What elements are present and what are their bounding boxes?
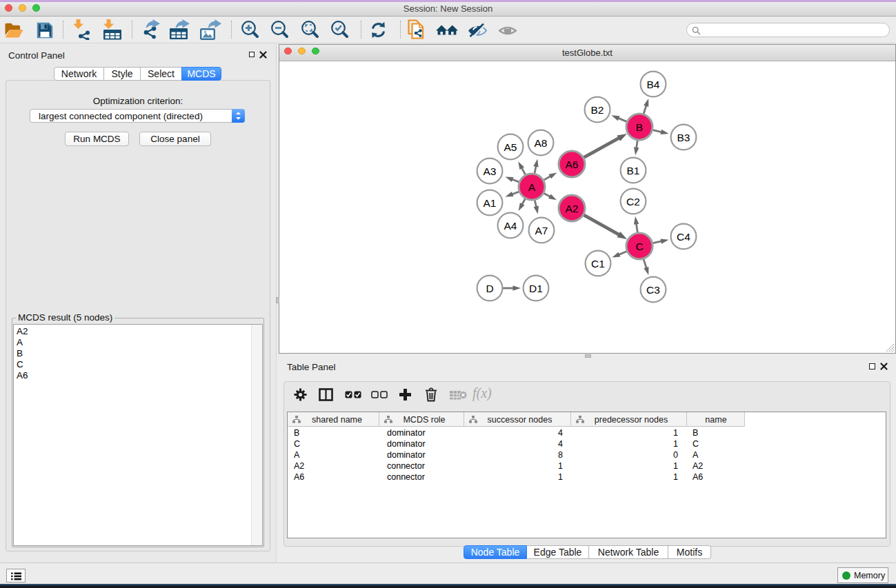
- svg-text:B1: B1: [627, 165, 640, 176]
- svg-text:A2: A2: [566, 203, 579, 214]
- svg-text:B: B: [636, 121, 643, 133]
- svg-text:B2: B2: [591, 104, 604, 116]
- svg-text:C3: C3: [646, 284, 660, 296]
- svg-text:D1: D1: [529, 283, 543, 294]
- svg-text:A8: A8: [535, 137, 548, 149]
- svg-text:C2: C2: [626, 196, 640, 207]
- svg-text:A1: A1: [484, 197, 497, 209]
- svg-text:B3: B3: [677, 132, 690, 143]
- svg-text:A6: A6: [566, 159, 579, 170]
- svg-text:D: D: [486, 283, 493, 294]
- svg-text:A: A: [528, 181, 536, 193]
- svg-text:C: C: [635, 241, 643, 252]
- svg-text:A7: A7: [535, 225, 548, 236]
- svg-text:C4: C4: [677, 231, 690, 243]
- svg-text:A4: A4: [504, 220, 517, 232]
- svg-text:C1: C1: [591, 258, 605, 270]
- svg-text:A3: A3: [484, 165, 497, 177]
- svg-text:B4: B4: [647, 79, 660, 90]
- svg-text:A5: A5: [504, 141, 517, 153]
